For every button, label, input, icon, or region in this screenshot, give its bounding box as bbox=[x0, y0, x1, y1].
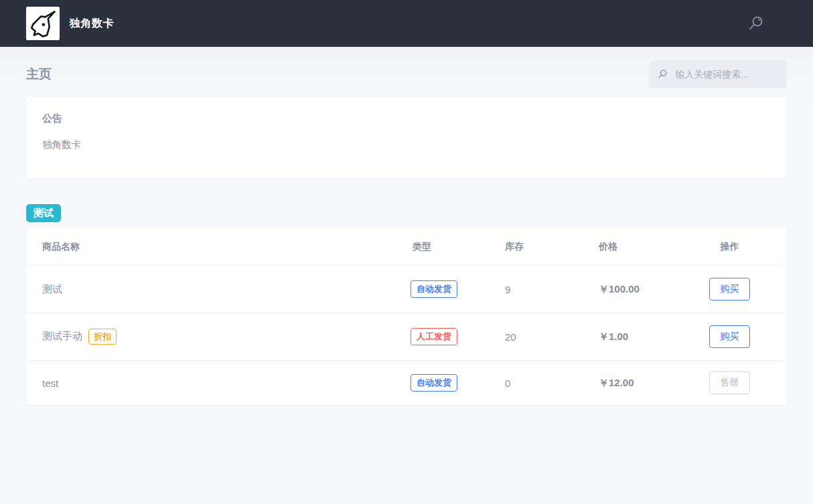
column-header-type: 类型 bbox=[412, 228, 504, 266]
column-header-price: 价格 bbox=[598, 228, 698, 266]
table-header-row: 商品名称 类型 库存 价格 操作 bbox=[26, 228, 787, 266]
app-title: 独角数卡 bbox=[70, 17, 114, 31]
type-badge-manual: 人工发货 bbox=[411, 328, 457, 345]
toolbar: 主页 bbox=[26, 60, 787, 88]
discount-tag: 折扣 bbox=[88, 329, 117, 345]
unicorn-icon bbox=[28, 9, 58, 38]
announcement-body: 独角数卡 bbox=[42, 139, 771, 151]
product-table-card: 商品名称 类型 库存 价格 操作 测试 自动发货 9 ￥100.00 购买 bbox=[26, 228, 787, 405]
product-name: 测试 bbox=[42, 283, 62, 295]
type-badge-auto: 自动发货 bbox=[411, 374, 457, 392]
type-badge-auto: 自动发货 bbox=[411, 280, 457, 298]
search-icon bbox=[748, 15, 764, 31]
search-box bbox=[649, 60, 787, 88]
sold-out-button: 售罄 bbox=[709, 371, 750, 394]
column-header-stock: 库存 bbox=[504, 228, 598, 266]
table-row: 测试手动折扣 人工发货 20 ￥1.00 购买 bbox=[26, 313, 787, 361]
product-price: ￥100.00 bbox=[599, 283, 640, 295]
page-title: 主页 bbox=[26, 66, 52, 83]
product-stock: 0 bbox=[505, 377, 510, 389]
product-price: ￥12.00 bbox=[599, 377, 634, 388]
table-row: 测试 自动发货 9 ￥100.00 购买 bbox=[26, 266, 787, 313]
search-input[interactable] bbox=[674, 68, 778, 80]
header-search-button[interactable] bbox=[748, 15, 764, 31]
product-price: ￥1.00 bbox=[599, 331, 628, 342]
unicorn-logo[interactable] bbox=[26, 7, 60, 40]
column-header-name: 商品名称 bbox=[26, 228, 412, 266]
product-name: 测试手动 bbox=[42, 330, 82, 341]
category-badge: 测试 bbox=[26, 204, 61, 222]
product-name: test bbox=[42, 377, 58, 389]
announcement-title: 公告 bbox=[42, 112, 771, 125]
product-stock: 20 bbox=[505, 331, 516, 343]
main-content: 主页 公告 独角数卡 测试 商品名称 类型 库存 价格 bbox=[0, 60, 813, 405]
buy-button[interactable]: 购买 bbox=[709, 325, 750, 348]
app-header: 独角数卡 bbox=[0, 0, 813, 47]
column-header-action: 操作 bbox=[698, 228, 787, 266]
product-table: 商品名称 类型 库存 价格 操作 测试 自动发货 9 ￥100.00 购买 bbox=[26, 228, 787, 405]
search-icon bbox=[658, 68, 668, 80]
table-row: test 自动发货 0 ￥12.00 售罄 bbox=[26, 361, 787, 406]
buy-button[interactable]: 购买 bbox=[709, 278, 750, 301]
product-stock: 9 bbox=[505, 284, 510, 295]
announcement-card: 公告 独角数卡 bbox=[26, 97, 787, 179]
